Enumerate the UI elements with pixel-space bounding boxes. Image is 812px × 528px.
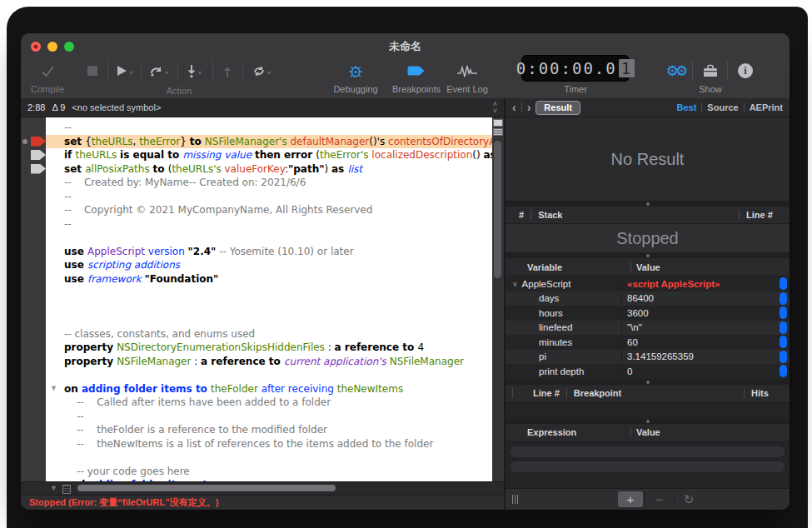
variable-value: 86400 bbox=[621, 293, 790, 303]
restart-button[interactable]: ˅ bbox=[247, 60, 276, 82]
back-arrow-icon[interactable]: ‹ bbox=[512, 102, 516, 113]
run-button[interactable]: ˅ bbox=[112, 60, 137, 82]
splitter-handle[interactable] bbox=[506, 252, 790, 258]
code-line[interactable]: use scripting additions bbox=[46, 258, 504, 272]
vertical-scrollbar[interactable] bbox=[492, 117, 504, 481]
watch-pill-indicator[interactable] bbox=[780, 336, 787, 348]
splitter-handle[interactable] bbox=[506, 418, 790, 424]
code-line[interactable] bbox=[46, 368, 504, 382]
minimap-icon[interactable] bbox=[493, 128, 503, 136]
breakpoints-col-hits[interactable]: Hits bbox=[751, 388, 783, 398]
expression-empty-row[interactable] bbox=[511, 461, 785, 472]
code-line[interactable]: -- bbox=[46, 217, 504, 232]
code-line[interactable]: -- bbox=[46, 410, 504, 424]
inspector-button[interactable]: i bbox=[730, 60, 760, 82]
variables-col-variable[interactable]: Variable bbox=[512, 262, 630, 272]
debugging-toggle[interactable]: Debugging bbox=[329, 60, 382, 94]
code-line[interactable]: -- bbox=[46, 121, 504, 135]
variable-row[interactable]: ∨AppleScript«script AppleScript» bbox=[506, 276, 790, 291]
code-line[interactable] bbox=[46, 451, 504, 465]
step-marker-icon[interactable] bbox=[31, 150, 46, 160]
code-line[interactable]: -- bbox=[46, 190, 504, 204]
event-log-toggle[interactable]: Event Log bbox=[444, 60, 491, 94]
watch-pill-indicator[interactable] bbox=[780, 292, 787, 305]
split-view-icon[interactable] bbox=[493, 119, 503, 127]
code-line[interactable]: -- Created by: MyName-- Created on: 2021… bbox=[46, 176, 504, 190]
result-mode-best[interactable]: Best bbox=[677, 102, 697, 112]
refresh-icon[interactable]: ↻ bbox=[676, 491, 701, 507]
code-line[interactable]: -- Copyright © 2021 MyCompanyName, All R… bbox=[46, 203, 504, 217]
code-line[interactable]: -- classes, constants, and enums used bbox=[46, 327, 504, 341]
breakpoint-dot-icon bbox=[22, 139, 27, 144]
forward-arrow-icon[interactable]: › bbox=[527, 102, 531, 113]
variable-row[interactable]: pi3.14159265359 bbox=[506, 350, 790, 365]
splitter-handle[interactable] bbox=[506, 201, 790, 207]
code-area[interactable]: --set {theURLs, theError} to NSFileManag… bbox=[46, 117, 504, 481]
variable-row[interactable]: print depth0 bbox=[506, 364, 790, 379]
step-into-button[interactable]: ˅ bbox=[181, 60, 207, 82]
step-over-button[interactable]: ˅ bbox=[146, 60, 172, 82]
watch-pill-indicator[interactable] bbox=[780, 306, 787, 319]
horizontal-scrollbar-thumb[interactable] bbox=[77, 485, 336, 491]
code-line[interactable] bbox=[46, 300, 504, 314]
expressions-col-expression[interactable]: Expression bbox=[512, 427, 630, 437]
code-line[interactable]: property NSDirectoryEnumerationSkipsHidd… bbox=[46, 341, 504, 355]
settings-button[interactable]: ⚙⚙ bbox=[660, 60, 690, 82]
symbol-stepper[interactable]: ˄˅ bbox=[493, 101, 497, 114]
code-line[interactable]: property NSFileManager : a reference to … bbox=[46, 355, 504, 369]
disclosure-bottom-icon[interactable]: ▼ bbox=[50, 484, 57, 492]
expression-empty-row[interactable] bbox=[511, 446, 785, 457]
variable-name: days bbox=[539, 293, 559, 303]
breakpoint-gutter[interactable] bbox=[21, 117, 46, 481]
result-mode-aeprint[interactable]: AEPrint bbox=[750, 102, 783, 112]
variables-col-value[interactable]: Value bbox=[631, 262, 783, 272]
remove-expression-button[interactable]: − bbox=[647, 491, 672, 507]
variables-table: ∨AppleScript«script AppleScript»days8640… bbox=[506, 276, 790, 379]
code-line[interactable]: on adding folder items to theFolder afte… bbox=[46, 382, 504, 396]
drag-grip-icon[interactable] bbox=[512, 495, 518, 504]
breakpoint-arrow-icon[interactable] bbox=[31, 137, 46, 147]
expand-chevron-icon[interactable]: ∨ bbox=[512, 280, 518, 288]
add-expression-button[interactable]: + bbox=[618, 491, 643, 507]
watch-pill-indicator[interactable] bbox=[780, 365, 787, 377]
code-line[interactable] bbox=[46, 231, 504, 245]
compile-button[interactable]: Compile bbox=[31, 60, 64, 94]
result-tab[interactable]: Result bbox=[536, 101, 580, 115]
disclosure-down-icon[interactable]: ▼ bbox=[50, 384, 57, 392]
step-out-button[interactable] bbox=[217, 60, 237, 82]
code-line[interactable]: set {theURLs, theError} to NSFileManager… bbox=[46, 135, 504, 149]
horizontal-scrollbar-row: ▼ bbox=[21, 481, 504, 495]
stack-col-line[interactable]: Line # bbox=[746, 210, 783, 220]
watch-pill-indicator[interactable] bbox=[780, 351, 787, 363]
variable-row[interactable]: linefeed"\n" bbox=[506, 321, 790, 336]
watch-pill-indicator[interactable] bbox=[780, 277, 787, 290]
splitter-handle[interactable] bbox=[506, 379, 790, 385]
code-line[interactable] bbox=[46, 286, 504, 300]
code-line[interactable]: -- your code goes here bbox=[46, 465, 504, 479]
breakpoints-col-line[interactable]: Line # bbox=[533, 388, 560, 398]
result-mode-source[interactable]: Source bbox=[707, 102, 738, 112]
variable-row[interactable]: minutes60 bbox=[506, 335, 790, 350]
stack-col-number[interactable]: # bbox=[519, 210, 524, 220]
stop-button[interactable] bbox=[82, 60, 102, 82]
code-line[interactable]: -- Called after items have been added to… bbox=[46, 396, 504, 410]
page-guide-icon[interactable] bbox=[62, 485, 71, 494]
variable-row[interactable]: hours3600 bbox=[506, 306, 790, 321]
watch-pill-indicator[interactable] bbox=[780, 321, 787, 334]
show-toolbox-button[interactable]: Show bbox=[695, 60, 725, 94]
code-line[interactable]: -- theNewItems is a list of references t… bbox=[46, 437, 504, 451]
step-marker-icon[interactable] bbox=[31, 164, 46, 174]
breakpoints-col-breakpoint[interactable]: Breakpoint bbox=[574, 388, 737, 398]
vertical-scrollbar-thumb[interactable] bbox=[494, 141, 501, 278]
code-line[interactable]: use framework "Foundation" bbox=[46, 272, 504, 286]
expressions-col-value[interactable]: Value bbox=[631, 427, 783, 437]
breakpoints-toggle[interactable]: Breakpoints bbox=[387, 60, 446, 94]
variable-row[interactable]: days86400 bbox=[506, 291, 790, 306]
code-line[interactable]: set allPosixPaths to (theURLs's valueFor… bbox=[46, 162, 504, 177]
code-line[interactable] bbox=[46, 313, 504, 327]
code-line[interactable]: use AppleScript version "2.4" -- Yosemit… bbox=[46, 245, 504, 259]
stack-col-stack[interactable]: Stack bbox=[538, 210, 732, 220]
code-line[interactable]: -- theFolder is a reference to the modif… bbox=[46, 423, 504, 437]
code-line[interactable]: if theURLs is equal to missing value the… bbox=[46, 148, 504, 162]
editor-column: 2:88 Δ 9 <no selected symbol> ˄˅ --set {… bbox=[21, 98, 504, 510]
